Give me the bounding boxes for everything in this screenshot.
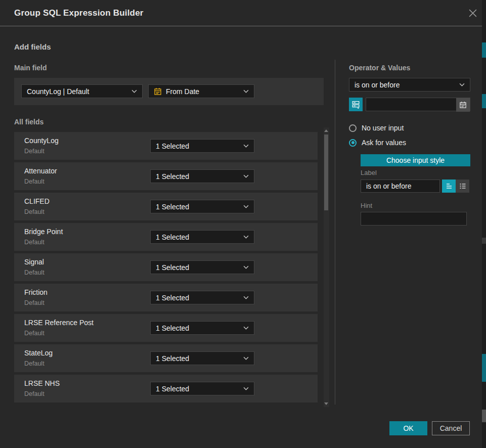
background-fragment <box>482 42 486 58</box>
field-source: Default <box>24 330 45 337</box>
field-name: Friction <box>24 288 48 296</box>
field-row: CountyLog Default 1 Selected <box>14 132 318 160</box>
field-name: StateLog <box>24 349 53 357</box>
field-source: Default <box>24 208 45 215</box>
value-source-toggle-button[interactable] <box>349 98 363 111</box>
field-row: Signal Default 1 Selected <box>14 253 318 281</box>
label-input-value: is on or before <box>366 182 412 190</box>
main-layer-select-value: CountyLog | Default <box>27 87 90 96</box>
background-fragment <box>482 238 486 244</box>
main-layer-select[interactable]: CountyLog | Default <box>21 84 143 98</box>
field-source: Default <box>24 239 45 246</box>
field-name: Signal <box>24 258 44 266</box>
choose-input-style-button[interactable]: Choose input style <box>361 154 470 166</box>
align-left-icon <box>445 182 453 190</box>
field-source: Default <box>24 390 45 397</box>
group-sql-expression-builder-dialog: Group SQL Expression Builder Add fields … <box>0 0 482 448</box>
field-row: Bridge Point Default 1 Selected <box>14 223 318 251</box>
field-values-selected: 1 Selected <box>156 233 189 241</box>
chevron-down-icon <box>131 89 137 93</box>
field-source: Default <box>24 269 45 276</box>
ok-button[interactable]: OK <box>389 421 427 435</box>
field-values-selected: 1 Selected <box>156 324 189 332</box>
field-values-select[interactable]: 1 Selected <box>150 351 254 365</box>
field-values-select[interactable]: 1 Selected <box>150 321 254 335</box>
scrollbar-down-arrow[interactable] <box>324 402 328 405</box>
field-values-selected: 1 Selected <box>156 263 189 272</box>
field-source: Default <box>24 360 45 367</box>
field-values-select[interactable]: 1 Selected <box>150 200 254 213</box>
background-fragment <box>482 94 486 108</box>
operator-values-heading: Operator & Values <box>349 64 410 72</box>
field-values-select[interactable]: 1 Selected <box>150 291 254 304</box>
chevron-down-icon <box>243 144 249 148</box>
operator-select-value: is on or before <box>355 81 400 89</box>
radio-ask-for-values[interactable]: Ask for values <box>349 139 406 147</box>
bulleted-list-icon <box>459 182 467 190</box>
radio-no-user-input[interactable]: No user input <box>349 124 404 132</box>
field-name: Attenuator <box>24 167 57 175</box>
main-field-select[interactable]: From Date <box>148 84 254 98</box>
field-values-select[interactable]: 1 Selected <box>150 169 254 183</box>
field-row: Friction Default 1 Selected <box>14 284 318 311</box>
field-values-selected: 1 Selected <box>156 354 189 363</box>
chevron-down-icon <box>243 89 249 93</box>
field-name: Bridge Point <box>24 228 63 236</box>
field-values-selected: 1 Selected <box>156 142 189 150</box>
chevron-down-icon <box>243 235 249 239</box>
field-name: LRSE NHS <box>24 379 60 387</box>
scrollbar-thumb[interactable] <box>324 135 328 210</box>
main-field-select-value: From Date <box>166 87 199 96</box>
operator-values-panel: Operator & Values is on or before <box>349 0 470 405</box>
calendar-icon <box>459 101 467 109</box>
main-field-label: Main field <box>14 64 47 72</box>
hint-field-label: Hint <box>361 202 372 209</box>
background-app-strip <box>482 0 486 448</box>
field-values-selected: 1 Selected <box>156 172 189 181</box>
field-row: LRSE Reference Post Default 1 Selected <box>14 314 318 342</box>
radio-no-user-input-label: No user input <box>362 124 404 132</box>
field-source: Default <box>24 148 45 155</box>
chevron-down-icon <box>243 356 249 360</box>
radio-circle-icon <box>349 139 357 147</box>
scrollbar-up-arrow[interactable] <box>324 129 328 132</box>
dialog-title: Group SQL Expression Builder <box>14 0 144 26</box>
field-values-select[interactable]: 1 Selected <box>150 260 254 274</box>
background-fragment <box>482 410 486 422</box>
field-name: CountyLog <box>24 137 59 145</box>
operator-select[interactable]: is on or before <box>349 78 470 92</box>
value-date-input[interactable] <box>366 98 470 111</box>
field-values-selected: 1 Selected <box>156 203 189 211</box>
chevron-down-icon <box>243 296 249 299</box>
panel-divider <box>335 60 335 405</box>
radio-circle-icon <box>349 124 357 132</box>
field-source: Default <box>24 299 45 306</box>
field-values-selected: 1 Selected <box>156 294 189 302</box>
stacked-values-icon <box>351 100 360 109</box>
field-values-select[interactable]: 1 Selected <box>150 139 254 153</box>
label-field-label: Label <box>361 169 377 176</box>
all-fields-list: CountyLog Default 1 Selected Attenuator … <box>14 132 318 405</box>
date-picker-button[interactable] <box>456 98 470 112</box>
add-fields-heading: Add fields <box>14 42 51 51</box>
field-values-selected: 1 Selected <box>156 385 189 393</box>
chevron-down-icon <box>243 174 249 178</box>
chevron-down-icon <box>459 83 465 86</box>
field-row: CLIFED Default 1 Selected <box>14 193 318 220</box>
hint-input[interactable] <box>361 212 467 226</box>
field-row: LRSE NHS Default 1 Selected <box>14 375 318 402</box>
background-fragment <box>482 354 486 382</box>
single-line-style-button[interactable] <box>442 180 456 193</box>
list-style-button[interactable] <box>456 180 469 193</box>
list-scrollbar[interactable] <box>324 127 329 407</box>
label-input[interactable]: is on or before <box>361 180 440 193</box>
field-name: LRSE Reference Post <box>24 319 94 327</box>
chevron-down-icon <box>243 205 249 208</box>
field-values-select[interactable]: 1 Selected <box>150 230 254 244</box>
chevron-down-icon <box>243 387 249 390</box>
all-fields-label: All fields <box>14 118 43 126</box>
field-values-select[interactable]: 1 Selected <box>150 382 254 395</box>
main-field-panel: CountyLog | Default From Date <box>14 78 324 105</box>
cancel-button[interactable]: Cancel <box>432 421 470 435</box>
chevron-down-icon <box>243 265 249 269</box>
